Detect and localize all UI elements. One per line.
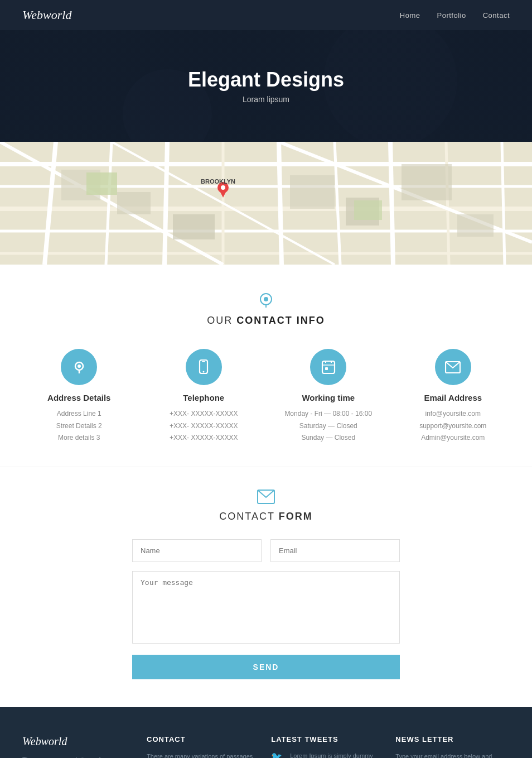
nav-contact[interactable]: Contact <box>483 11 510 20</box>
svg-line-12 <box>390 142 393 265</box>
map-svg: BROOKLYN <box>0 142 532 265</box>
clock-icon-wrap <box>310 349 346 385</box>
site-header: Webworld Home Portfolio Contact <box>0 0 532 30</box>
svg-rect-21 <box>290 175 335 209</box>
email-card: Email Address info@yoursite.com support@… <box>396 349 510 444</box>
svg-rect-0 <box>0 142 532 265</box>
svg-rect-23 <box>402 164 452 200</box>
footer-contact-desc: There are many variations of passages of… <box>147 751 254 758</box>
email-input[interactable] <box>270 539 400 562</box>
contact-form-section: CONTACT FORM SEND <box>0 467 532 707</box>
svg-rect-26 <box>354 200 382 220</box>
working-time-title: Working time <box>272 393 385 402</box>
main-nav: Home Portfolio Contact <box>400 11 510 20</box>
svg-rect-24 <box>457 214 494 237</box>
twitter-bird-icon: 🐦 <box>271 751 282 758</box>
footer-grid: Webworld There are many variations of pa… <box>22 735 510 758</box>
svg-text:BROOKLYN: BROOKLYN <box>201 178 235 185</box>
telephone-icon-wrap <box>186 349 222 385</box>
name-input[interactable] <box>132 539 262 562</box>
footer-newsletter-title: NEWS LETTER <box>395 735 510 743</box>
email-details: info@yoursite.com support@yoursite.com A… <box>396 408 510 444</box>
working-time-details: Monday - Fri — 08:00 - 16:00 Saturday — … <box>272 408 385 444</box>
address-card: Address Details Address Line 1 Street De… <box>22 349 136 444</box>
form-email-icon <box>257 490 275 504</box>
nav-home[interactable]: Home <box>400 11 420 20</box>
tweet-item-1: 🐦 Lorem Ipsum is simply dummy text of th… <box>271 751 379 758</box>
location-pin-icon <box>258 292 274 308</box>
form-section-title: CONTACT FORM <box>22 511 510 522</box>
footer-tweets-col: LATEST TWEETS 🐦 Lorem Ipsum is simply du… <box>271 735 379 758</box>
footer-tweets-title: LATEST TWEETS <box>271 735 379 743</box>
telephone-icon <box>197 359 210 375</box>
contact-cards: Address Details Address Line 1 Street De… <box>22 349 510 444</box>
message-textarea[interactable] <box>132 571 400 644</box>
clock-icon <box>321 360 336 375</box>
footer-logo: Webworld <box>22 735 130 748</box>
form-name-email-row <box>132 539 400 562</box>
svg-point-35 <box>78 364 81 368</box>
svg-point-39 <box>203 371 205 372</box>
footer-newsletter-desc: Type your email address below and recive… <box>395 751 510 758</box>
tweet-text-1: Lorem Ipsum is simply dummy text of the … <box>290 751 379 758</box>
svg-rect-25 <box>86 172 117 195</box>
svg-line-10 <box>279 142 282 265</box>
address-icon-wrap <box>61 349 97 385</box>
site-logo: Webworld <box>22 8 71 22</box>
hero-section: Elegant Designs Loram lipsum <box>0 30 532 142</box>
address-details: Address Line 1 Street Details 2 More det… <box>22 408 136 444</box>
hero-subtitle: Loram lipsum <box>243 95 289 104</box>
working-time-card: Working time Monday - Fri — 08:00 - 16:0… <box>272 349 385 444</box>
email-icon <box>445 361 461 373</box>
send-button[interactable]: SEND <box>132 655 400 679</box>
svg-point-29 <box>221 185 225 190</box>
svg-rect-20 <box>173 214 215 239</box>
contact-info-section: OUR CONTACT INFO Address Details Address… <box>0 265 532 467</box>
contact-form: SEND <box>132 539 400 679</box>
svg-rect-44 <box>325 367 328 370</box>
svg-rect-40 <box>322 361 335 373</box>
svg-rect-38 <box>202 361 205 362</box>
footer-newsletter-col: NEWS LETTER Type your email address belo… <box>395 735 510 758</box>
email-icon-wrap <box>435 349 471 385</box>
contact-info-title: OUR CONTACT INFO <box>22 315 510 327</box>
telephone-card: Telephone +XXX- XXXXX-XXXXX +XXX- XXXXX-… <box>147 349 261 444</box>
site-footer: Webworld There are many variations of pa… <box>0 707 532 758</box>
telephone-details: +XXX- XXXXX-XXXXX +XXX- XXXXX-XXXXX +XXX… <box>147 408 261 444</box>
footer-contact-col: CONTACT There are many variations of pas… <box>147 735 254 758</box>
email-title: Email Address <box>396 393 510 402</box>
footer-contact-title: CONTACT <box>147 735 254 743</box>
hero-title: Elegant Designs <box>188 68 344 92</box>
footer-about-text: There are many variations of passages of… <box>22 755 130 758</box>
address-title: Address Details <box>22 393 136 402</box>
address-icon <box>71 359 87 375</box>
svg-line-8 <box>165 142 167 265</box>
telephone-title: Telephone <box>147 393 261 402</box>
nav-portfolio[interactable]: Portfolio <box>437 11 466 20</box>
svg-point-32 <box>264 297 268 301</box>
map-container: BROOKLYN <box>0 142 532 265</box>
footer-about-col: Webworld There are many variations of pa… <box>22 735 130 758</box>
svg-rect-19 <box>117 192 151 214</box>
